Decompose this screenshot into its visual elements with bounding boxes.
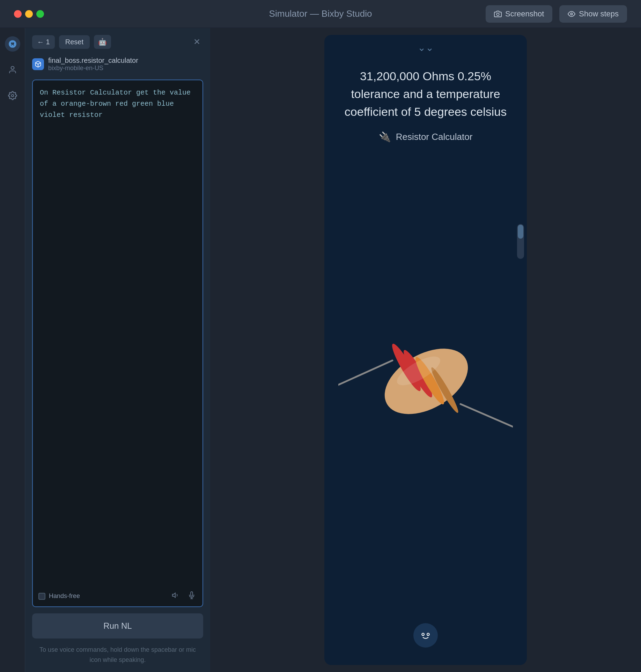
maximize-traffic-light[interactable] [36,10,44,18]
resistor-app-icon: 🔌 [379,131,391,143]
svg-point-17 [418,628,433,642]
main-layout: ← 1 Reset 🤖 ✕ [0,28,641,672]
resistor-image [338,329,513,434]
help-text: To use voice commands, hold down the spa… [32,645,203,665]
svg-point-2 [9,40,16,48]
capsule-name: final_boss.resistor_calculator [48,57,138,65]
capsule-info-text: final_boss.resistor_calculator bixby-mob… [48,57,138,72]
svg-line-10 [461,404,513,427]
panel-header: ← 1 Reset 🤖 ✕ [32,35,203,49]
person-icon [8,65,17,74]
scroll-thumb [518,225,523,239]
nl-textarea[interactable]: On Resistor Calculator get the value of … [33,80,202,586]
mic-button[interactable] [186,590,197,602]
svg-point-4 [11,95,14,97]
left-panel: ← 1 Reset 🤖 ✕ [25,28,210,672]
input-footer-icons [170,590,197,602]
svg-point-20 [422,634,423,635]
sim-app-label: 🔌 Resistor Calculator [379,131,473,143]
close-traffic-light[interactable] [14,10,22,18]
volume-button[interactable] [170,590,181,602]
gear-icon [8,91,17,100]
reset-button[interactable]: Reset [59,35,90,49]
reset-label: Reset [65,38,83,46]
sim-content: 31,200,000 Ohms 0.25% tolerance and a te… [324,60,527,616]
svg-point-3 [11,66,14,69]
hands-free-checkbox[interactable] [38,593,45,600]
nl-input-area: On Resistor Calculator get the value of … [32,80,203,607]
panel-header-controls: ← 1 Reset 🤖 [32,35,111,49]
titlebar-left [14,10,44,18]
screenshot-button[interactable]: Screenshot [486,5,552,23]
back-label: ← 1 [37,38,50,46]
simulator-panel: ⌄⌄ 31,200,000 Ohms 0.25% tolerance and a… [210,28,641,672]
sidebar-item-bixby[interactable] [5,36,20,52]
traffic-lights [14,10,44,18]
eye-icon [568,10,575,18]
svg-point-0 [496,13,499,15]
svg-point-21 [427,634,429,635]
cube-icon [35,61,42,68]
chevron-down-icon: ⌄⌄ [418,42,434,53]
bixby-icon [8,39,17,48]
robot-button[interactable]: 🤖 [94,35,111,49]
svg-line-9 [338,360,392,385]
capsule-locale: bixby-mobile-en-US [48,65,138,72]
back-button[interactable]: ← 1 [32,35,55,49]
svg-point-1 [571,13,573,15]
titlebar-buttons: Screenshot Show steps [486,5,627,23]
bixby-button[interactable] [413,623,438,648]
volume-icon [172,591,179,599]
sidebar [0,28,25,672]
hands-free-toggle[interactable]: Hands-free [38,592,80,600]
close-button[interactable]: ✕ [191,36,203,48]
screenshot-label: Screenshot [505,9,544,18]
scroll-indicator[interactable] [517,224,524,259]
resistor-svg [338,329,513,434]
svg-marker-6 [172,593,175,598]
run-nl-button[interactable]: Run NL [32,613,203,639]
sidebar-item-user[interactable] [5,62,20,77]
hands-free-label: Hands-free [49,592,80,600]
show-steps-button[interactable]: Show steps [559,5,627,23]
capsule-icon [32,58,44,70]
minimize-traffic-light[interactable] [25,10,33,18]
bixby-btn-container [324,616,527,665]
sim-result-text: 31,200,000 Ohms 0.25% tolerance and a te… [338,67,513,121]
resistor-container [338,153,513,609]
input-footer: Hands-free [33,586,202,606]
camera-icon [494,10,502,18]
sidebar-item-settings[interactable] [5,88,20,103]
bixby-logo-icon [418,628,433,643]
mic-icon [188,591,196,599]
show-steps-label: Show steps [579,9,619,18]
run-nl-label: Run NL [103,621,132,630]
sim-header: ⌄⌄ [324,35,527,60]
capsule-info: final_boss.resistor_calculator bixby-mob… [32,55,203,73]
close-icon: ✕ [193,37,200,46]
robot-icon: 🤖 [98,38,107,46]
sim-app-name: Resistor Calculator [396,132,473,142]
window-title: Simulator — Bixby Studio [269,8,372,19]
titlebar: Simulator — Bixby Studio Screenshot Show… [0,0,641,28]
simulator-container: ⌄⌄ 31,200,000 Ohms 0.25% tolerance and a… [324,35,527,665]
